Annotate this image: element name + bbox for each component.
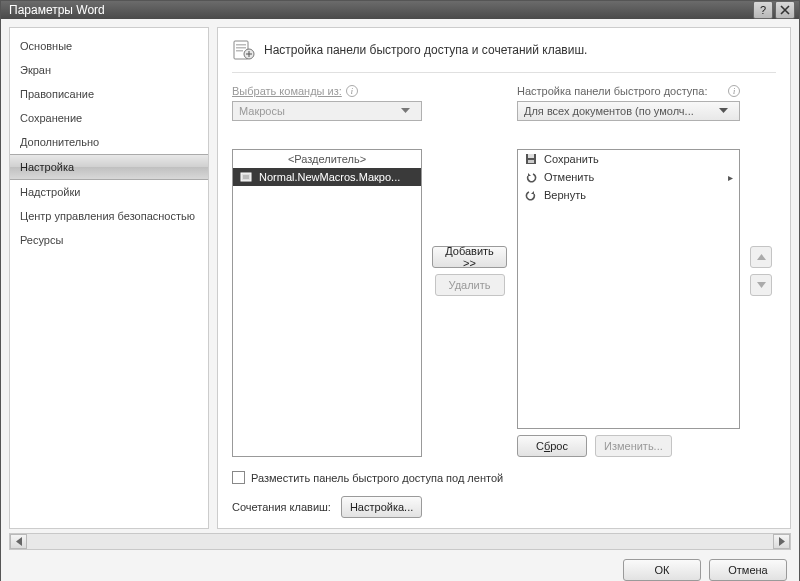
qat-item-save[interactable]: Сохранить [518,150,739,168]
move-down-button [750,274,772,296]
choose-commands-combo[interactable]: Макросы [232,101,422,121]
show-below-ribbon-row[interactable]: Разместить панель быстрого доступа под л… [232,471,776,484]
svg-rect-2 [236,47,246,49]
options-dialog: Параметры Word ? Основные Экран Правопис… [0,0,800,581]
svg-rect-3 [236,50,243,52]
qat-scope-combo[interactable]: Для всех документов (по умолч... [517,101,740,121]
svg-rect-8 [528,160,534,163]
keyboard-shortcuts-row: Сочетания клавиш: Настройка... [232,496,776,518]
modify-button: Изменить... [595,435,672,457]
sidebar-item-save[interactable]: Сохранение [10,106,208,130]
sidebar-item-advanced[interactable]: Дополнительно [10,130,208,154]
customize-qat-icon [232,38,256,62]
sidebar-item-display[interactable]: Экран [10,58,208,82]
commands-listbox[interactable]: <Разделитель> Normal.NewMacros.Макро... [232,149,422,457]
sidebar-item-addins[interactable]: Надстройки [10,180,208,204]
close-button[interactable] [775,1,795,19]
qat-item-undo[interactable]: Отменить ▸ [518,168,739,186]
remove-button: Удалить [435,274,505,296]
separator-item[interactable]: <Разделитель> [233,150,421,168]
chevron-down-icon [719,108,735,114]
svg-rect-7 [528,154,534,158]
cancel-button[interactable]: Отмена [709,559,787,581]
redo-icon [524,188,538,202]
command-item[interactable]: Normal.NewMacros.Макро... [233,168,421,186]
horizontal-scrollbar[interactable] [9,533,791,550]
commands-column: Выбрать команды из: i Макросы [232,85,422,457]
sidebar-item-resources[interactable]: Ресурсы [10,228,208,252]
qat-listbox[interactable]: Сохранить Отменить ▸ [517,149,740,429]
category-sidebar: Основные Экран Правописание Сохранение Д… [9,27,209,529]
window-title: Параметры Word [9,3,751,17]
chevron-down-icon [401,108,417,114]
help-button[interactable]: ? [753,1,773,19]
sidebar-item-customize[interactable]: Настройка [10,154,208,180]
move-up-button [750,246,772,268]
scroll-right-button[interactable] [773,534,790,549]
macro-icon [239,170,253,184]
keyboard-customize-button[interactable]: Настройка... [341,496,422,518]
sidebar-item-trust-center[interactable]: Центр управления безопасностью [10,204,208,228]
info-icon[interactable]: i [728,85,740,97]
undo-icon [524,170,538,184]
reset-button[interactable]: Сброс [517,435,587,457]
panel-header: Настройка панели быстрого доступа и соче… [232,38,776,73]
svg-rect-5 [241,173,251,181]
dialog-body: Основные Экран Правописание Сохранение Д… [1,19,799,581]
transfer-buttons: Добавить >> Удалить [432,85,507,457]
save-icon [524,152,538,166]
qat-item-redo[interactable]: Вернуть [518,186,739,204]
customize-qat-label: Настройка панели быстрого доступа: i [517,85,740,97]
add-button[interactable]: Добавить >> [432,246,507,268]
show-below-ribbon-label: Разместить панель быстрого доступа под л… [251,472,503,484]
svg-rect-1 [236,44,246,46]
ok-button[interactable]: ОК [623,559,701,581]
sidebar-item-proofing[interactable]: Правописание [10,82,208,106]
sidebar-item-general[interactable]: Основные [10,34,208,58]
choose-commands-label: Выбрать команды из: i [232,85,422,97]
qat-column: Настройка панели быстрого доступа: i Для… [517,85,740,457]
customize-panel: Настройка панели быстрого доступа и соче… [217,27,791,529]
dialog-footer: ОК Отмена [1,550,799,581]
titlebar: Параметры Word ? [1,1,799,19]
panel-title: Настройка панели быстрого доступа и соче… [264,43,587,57]
keyboard-shortcuts-label: Сочетания клавиш: [232,501,331,513]
checkbox-icon[interactable] [232,471,245,484]
submenu-indicator-icon: ▸ [728,172,733,183]
info-icon[interactable]: i [346,85,358,97]
reorder-buttons [750,85,776,457]
scroll-left-button[interactable] [10,534,27,549]
